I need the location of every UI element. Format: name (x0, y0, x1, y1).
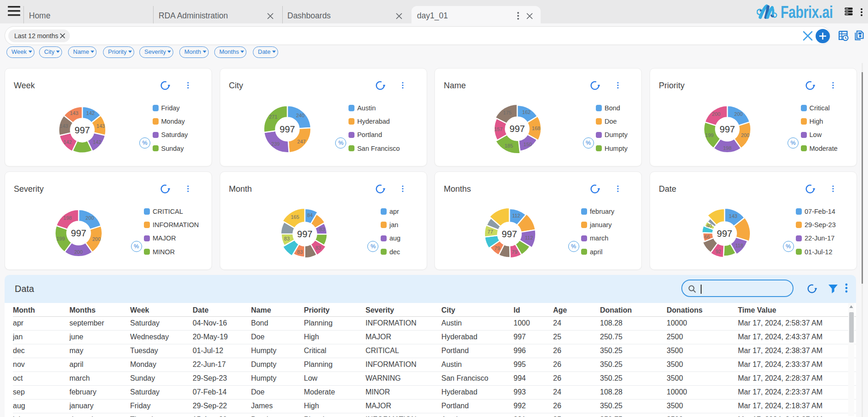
svg-text:200: 200 (92, 236, 100, 241)
svg-text:997: 997 (720, 124, 735, 134)
svg-text:200: 200 (712, 111, 720, 117)
svg-text:143: 143 (729, 213, 737, 219)
svg-text:200: 200 (74, 249, 82, 255)
svg-text:112: 112 (525, 235, 533, 240)
svg-text:83: 83 (319, 227, 325, 232)
svg-text:997: 997 (502, 229, 517, 239)
svg-text:198: 198 (63, 215, 71, 220)
svg-text:240: 240 (296, 113, 304, 118)
svg-text:143: 143 (59, 123, 68, 129)
svg-text:142: 142 (63, 139, 71, 144)
svg-text:997: 997 (510, 124, 525, 134)
svg-text:142: 142 (86, 110, 94, 116)
svg-text:997: 997 (280, 124, 295, 134)
svg-text:112: 112 (512, 213, 520, 218)
svg-text:997: 997 (74, 125, 90, 135)
svg-text:92: 92 (715, 249, 721, 254)
svg-text:247: 247 (297, 139, 306, 144)
svg-text:79: 79 (495, 245, 500, 251)
svg-text:83: 83 (284, 236, 289, 241)
svg-text:200: 200 (86, 215, 94, 220)
svg-text:199: 199 (56, 236, 64, 241)
svg-text:162: 162 (522, 109, 531, 115)
svg-text:997: 997 (297, 229, 312, 239)
svg-text:200: 200 (741, 132, 749, 138)
svg-text:79: 79 (512, 249, 517, 255)
svg-text:84: 84 (307, 212, 313, 218)
svg-text:997: 997 (71, 228, 86, 238)
svg-text:83: 83 (315, 245, 321, 251)
svg-text:77: 77 (488, 228, 493, 234)
svg-text:168: 168 (532, 126, 540, 131)
svg-text:150: 150 (524, 142, 532, 147)
svg-text:118: 118 (735, 243, 743, 248)
svg-text:200: 200 (734, 111, 742, 117)
svg-text:143: 143 (96, 123, 104, 128)
svg-text:165: 165 (291, 214, 299, 220)
svg-text:83: 83 (297, 249, 303, 255)
svg-text:271: 271 (269, 114, 277, 120)
svg-text:239: 239 (271, 141, 280, 146)
svg-text:142: 142 (92, 139, 101, 144)
svg-text:185: 185 (505, 143, 513, 149)
svg-text:997: 997 (717, 228, 732, 239)
svg-text:157: 157 (494, 126, 503, 132)
svg-text:199: 199 (705, 132, 713, 138)
svg-text:143: 143 (69, 110, 78, 116)
svg-text:40: 40 (706, 223, 712, 228)
svg-text:175: 175 (503, 110, 512, 115)
svg-text:198: 198 (723, 145, 731, 151)
svg-text:66: 66 (704, 234, 710, 240)
